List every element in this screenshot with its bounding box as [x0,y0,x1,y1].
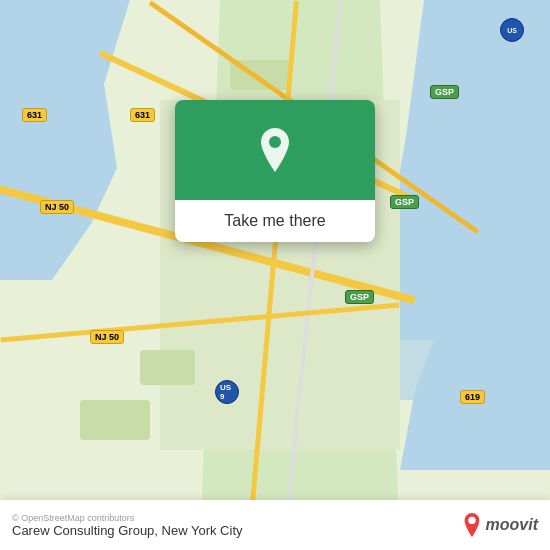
road-badge-us-top: US [500,18,524,42]
popup-card: Take me there [175,100,375,242]
moovit-pin-icon [462,513,482,537]
moovit-text: moovit [486,516,538,534]
popup-header [175,100,375,200]
bottom-bar: © OpenStreetMap contributors Carew Consu… [0,500,550,550]
road-badge-619: 619 [460,390,485,404]
green-patch [80,400,150,440]
road-badge-gsp-mid: GSP [390,195,419,209]
road-badge-631-right: 631 [130,108,155,122]
road-badge-gsp-bot: GSP [345,290,374,304]
bottom-bar-left: © OpenStreetMap contributors Carew Consu… [12,513,243,538]
green-patch [140,350,195,385]
road-badge-nj50-bottom: NJ 50 [90,330,124,344]
svg-point-1 [468,517,475,524]
popup-body: Take me there [175,200,375,242]
road-badge-nj50-top: NJ 50 [40,200,74,214]
map-container: 631 631 NJ 50 NJ 50 GSP GSP GSP US 9 619… [0,0,550,550]
copyright-text: © OpenStreetMap contributors [12,513,243,523]
road-badge-631-left: 631 [22,108,47,122]
location-name: Carew Consulting Group, New York City [12,523,243,538]
location-pin-icon [257,128,293,172]
moovit-logo: moovit [462,513,538,537]
road-badge-us9: US 9 [215,380,239,404]
road-badge-gsp-top: GSP [430,85,459,99]
take-me-there-button[interactable]: Take me there [224,212,325,230]
svg-point-0 [269,136,281,148]
